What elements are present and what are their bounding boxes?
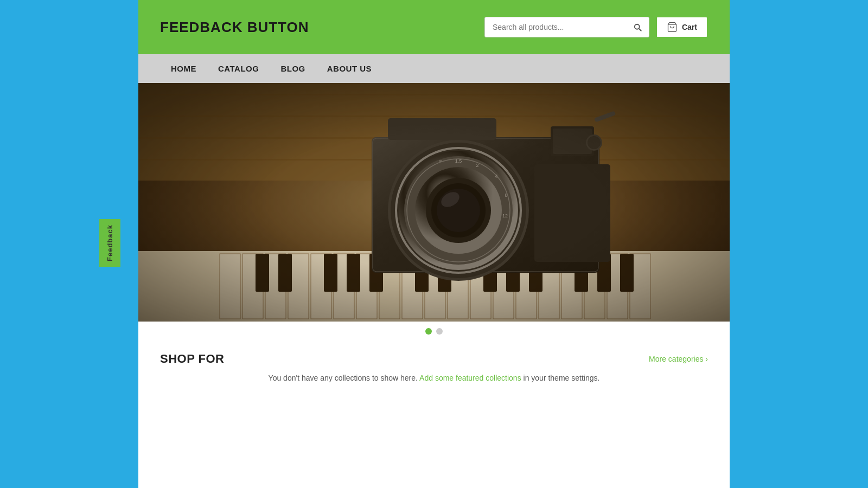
nav-item-catalog[interactable]: CATALOG — [207, 54, 270, 83]
cart-icon — [667, 22, 678, 33]
nav-item-blog[interactable]: BLOG — [270, 54, 316, 83]
cart-button[interactable]: Cart — [656, 16, 708, 38]
shop-section: SHOP FOR More categories › You don't hav… — [138, 341, 730, 393]
empty-message: You don't have any collections to show h… — [269, 374, 418, 382]
site-header: FEEDBACK BUTTON Cart — [138, 0, 730, 54]
hero-indicator-2[interactable] — [436, 328, 443, 335]
hero-camera-illustration: 1.5 2 4 8 12 ∞ LEITZ IKON — [138, 83, 730, 322]
site-title: FEEDBACK BUTTON — [160, 19, 309, 36]
search-input[interactable] — [485, 18, 626, 36]
feedback-wrapper: Feedback — [99, 219, 120, 269]
settings-message: in your theme settings. — [524, 374, 600, 382]
shop-title: SHOP FOR — [160, 352, 225, 366]
more-categories-link[interactable]: More categories › — [649, 355, 708, 363]
hero-image: 1.5 2 4 8 12 ∞ LEITZ IKON — [138, 83, 730, 322]
nav-item-about-us[interactable]: ABOUT US — [316, 54, 382, 83]
shop-description: You don't have any collections to show h… — [160, 374, 708, 382]
page-wrapper: FEEDBACK BUTTON Cart HOME — [138, 0, 730, 488]
main-content: 1.5 2 4 8 12 ∞ LEITZ IKON — [138, 83, 730, 393]
add-collections-link[interactable]: Add some featured collections — [419, 374, 521, 382]
nav-bar: HOME CATALOG BLOG ABOUT US — [138, 54, 730, 83]
hero-section: 1.5 2 4 8 12 ∞ LEITZ IKON — [138, 83, 730, 341]
nav-item-home[interactable]: HOME — [160, 54, 207, 83]
search-button[interactable] — [626, 17, 649, 37]
svg-rect-69 — [138, 83, 730, 322]
search-wrapper — [484, 17, 649, 37]
cart-label: Cart — [682, 23, 697, 31]
shop-header: SHOP FOR More categories › — [160, 352, 708, 366]
hero-indicator-1[interactable] — [425, 328, 432, 335]
header-right: Cart — [484, 16, 708, 38]
hero-indicators — [138, 322, 730, 341]
search-icon — [633, 22, 642, 32]
feedback-button[interactable]: Feedback — [99, 219, 120, 267]
